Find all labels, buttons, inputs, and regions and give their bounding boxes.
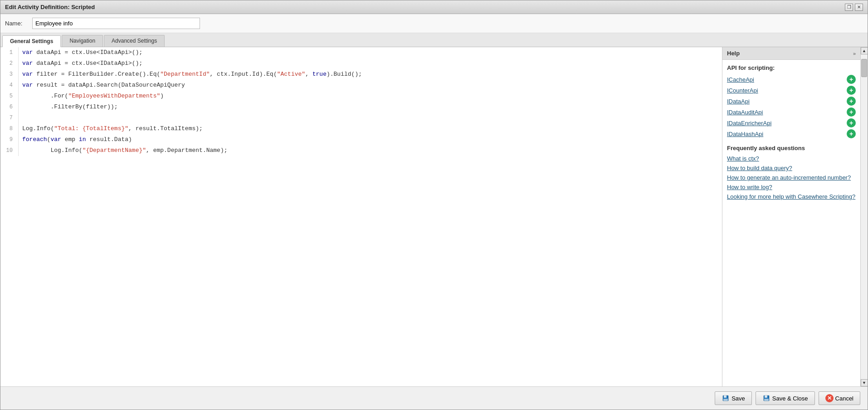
line-number: 8: [0, 123, 19, 134]
tab-advanced-settings[interactable]: Advanced Settings: [104, 35, 165, 47]
line-number: 1: [0, 47, 19, 58]
save-button[interactable]: Save: [715, 391, 752, 405]
cancel-icon: ✕: [825, 394, 834, 402]
svg-rect-2: [723, 399, 728, 401]
api-item: IDataEnricherApi +: [727, 118, 856, 127]
line-number: 4: [0, 80, 19, 91]
close-button[interactable]: ✕: [855, 4, 863, 11]
api-add-idataenricher[interactable]: +: [847, 118, 856, 127]
save-icon: [722, 394, 730, 402]
api-item: ICacheApi +: [727, 75, 856, 84]
code-content: .FilterBy(filter));: [19, 102, 122, 112]
scroll-track: [861, 54, 868, 379]
help-body: API for scripting: ICacheApi + ICounterA…: [722, 60, 860, 386]
line-number: 9: [0, 134, 19, 145]
restore-button[interactable]: ❒: [845, 4, 853, 11]
code-row: 8 Log.Info("Total: {TotalItems}", result…: [0, 123, 722, 134]
faq-link-ctx[interactable]: What is ctx?: [727, 155, 856, 162]
api-item: IDataAuditApi +: [727, 107, 856, 117]
api-add-idata[interactable]: +: [847, 97, 856, 106]
name-input[interactable]: [32, 18, 200, 29]
tab-navigation[interactable]: Navigation: [62, 35, 103, 47]
code-content: foreach(var emp in result.Data): [19, 134, 136, 145]
scroll-down-button[interactable]: ▼: [861, 379, 868, 386]
main-window: Edit Activity Definition: Scripted ❒ ✕ N…: [0, 0, 868, 410]
window-controls: ❒ ✕: [845, 4, 863, 11]
cancel-button[interactable]: ✕ Cancel: [819, 391, 860, 405]
help-title: Help: [727, 50, 740, 57]
help-panel: Help » API for scripting: ICacheApi + IC…: [722, 47, 868, 386]
api-section-title: API for scripting:: [727, 64, 856, 71]
scroll-thumb[interactable]: [861, 59, 867, 77]
code-row: 10 Log.Info("{DepartmentName}", emp.Depa…: [0, 145, 722, 156]
api-item: IDataApi +: [727, 97, 856, 106]
save-close-label: Save & Close: [772, 395, 808, 402]
api-item: ICounterApi +: [727, 86, 856, 95]
code-content: Log.Info("Total: {TotalItems}", result.T…: [19, 123, 206, 134]
line-number: 7: [0, 112, 19, 123]
code-row: 1 var dataApi = ctx.Use<IDataApi>();: [0, 47, 722, 58]
save-label: Save: [731, 395, 745, 402]
line-number: 5: [0, 91, 19, 102]
name-row: Name:: [0, 14, 868, 33]
code-row: 2 var dataApi = ctx.Use<IDataApi>();: [0, 58, 722, 69]
code-row: 6 .FilterBy(filter));: [0, 102, 722, 112]
code-editor[interactable]: 1 var dataApi = ctx.Use<IDataApi>(); 2 v…: [0, 47, 722, 386]
svg-rect-4: [765, 395, 767, 398]
footer: Save Save & Close ✕ Cancel: [0, 386, 868, 410]
line-number: 3: [0, 69, 19, 80]
faq-link-morehelp[interactable]: Looking for more help with Casewhere Scr…: [727, 193, 856, 200]
code-content: var filter = FilterBuilder.Create().Eq("…: [19, 69, 366, 80]
code-content: var result = dataApi.Search(DataSourceAp…: [19, 80, 189, 91]
scroll-up-button[interactable]: ▲: [861, 47, 868, 54]
code-content: Log.Info("{DepartmentName}", emp.Departm…: [19, 145, 231, 156]
api-link-idataenricher[interactable]: IDataEnricherApi: [727, 120, 771, 127]
code-content: var dataApi = ctx.Use<IDataApi>();: [19, 47, 146, 58]
cancel-label: Cancel: [835, 395, 853, 402]
save-close-icon: [762, 394, 770, 402]
help-header: Help »: [722, 47, 860, 60]
code-row: 7: [0, 112, 722, 123]
api-link-idatahash[interactable]: IDataHashApi: [727, 131, 763, 137]
tab-general-settings[interactable]: General Settings: [2, 35, 61, 47]
help-collapse-button[interactable]: »: [853, 51, 856, 56]
faq-link-writelog[interactable]: How to write log?: [727, 184, 856, 190]
help-scrollbar[interactable]: ▲ ▼: [860, 47, 868, 386]
api-add-icounter[interactable]: +: [847, 86, 856, 95]
code-row: 9 foreach(var emp in result.Data): [0, 134, 722, 145]
svg-rect-5: [764, 399, 769, 401]
line-number: 2: [0, 58, 19, 69]
title-bar: Edit Activity Definition: Scripted ❒ ✕: [0, 0, 868, 14]
code-content: [19, 112, 26, 113]
tabs-bar: General Settings Navigation Advanced Set…: [0, 33, 868, 47]
save-close-button[interactable]: Save & Close: [756, 391, 815, 405]
code-row: 4 var result = dataApi.Search(DataSource…: [0, 80, 722, 91]
api-add-idataaudit[interactable]: +: [847, 107, 856, 117]
code-row: 5 .For("EmployeesWithDepartments"): [0, 91, 722, 102]
line-number: 10: [0, 145, 19, 156]
main-content: 1 var dataApi = ctx.Use<IDataApi>(); 2 v…: [0, 47, 868, 386]
code-area-wrapper: 1 var dataApi = ctx.Use<IDataApi>(); 2 v…: [0, 47, 722, 386]
api-link-icounter[interactable]: ICounterApi: [727, 87, 758, 94]
api-item: IDataHashApi +: [727, 129, 856, 138]
api-link-idataaudit[interactable]: IDataAuditApi: [727, 109, 763, 116]
line-number: 6: [0, 102, 19, 112]
api-add-icache[interactable]: +: [847, 75, 856, 84]
faq-link-autoincrement[interactable]: How to generate an auto-incremented numb…: [727, 174, 856, 181]
code-content: .For("EmployeesWithDepartments"): [19, 91, 167, 102]
faq-section-title: Frequently asked questions: [727, 145, 856, 151]
api-link-idata[interactable]: IDataApi: [727, 98, 750, 105]
code-row: 3 var filter = FilterBuilder.Create().Eq…: [0, 69, 722, 80]
svg-rect-1: [724, 395, 727, 398]
name-label: Name:: [5, 20, 28, 27]
api-link-icache[interactable]: ICacheApi: [727, 76, 754, 83]
window-title: Edit Activity Definition: Scripted: [5, 4, 95, 10]
api-add-idatahash[interactable]: +: [847, 129, 856, 138]
code-content: var dataApi = ctx.Use<IDataApi>();: [19, 58, 146, 69]
faq-link-dataquery[interactable]: How to build data query?: [727, 165, 856, 171]
